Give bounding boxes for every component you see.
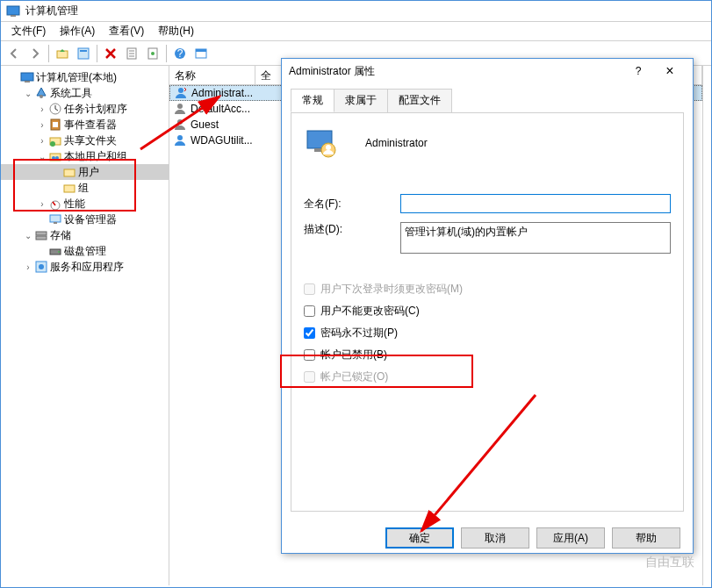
svg-rect-28 [36, 232, 47, 235]
svg-point-35 [177, 104, 183, 109]
watermark: 自由互联 [645, 555, 694, 570]
chk-cannotchange[interactable] [304, 305, 315, 317]
tree-services[interactable]: ›服务和应用程序 [1, 259, 169, 275]
svg-rect-12 [21, 73, 33, 81]
tree-sharedfolders[interactable]: ›共享文件夹 [1, 133, 169, 148]
svg-text:?: ? [177, 47, 183, 60]
nav-back-icon[interactable] [4, 44, 24, 63]
menubar: 文件(F) 操作(A) 查看(V) 帮助(H) [1, 22, 711, 41]
svg-point-7 [151, 52, 155, 55]
tree-performance[interactable]: ›性能 [1, 196, 169, 212]
dialog-close-button[interactable]: × [654, 61, 686, 82]
up-icon[interactable] [53, 44, 72, 63]
window-title: 计算机管理 [25, 4, 78, 18]
tab-profile[interactable]: 配置文件 [387, 89, 452, 112]
tree-devicemgr[interactable]: 设备管理器 [1, 212, 169, 227]
toolbar-sep [97, 45, 97, 62]
user-icon [173, 133, 187, 147]
chk-locked [304, 371, 315, 383]
tree-diskmgmt[interactable]: 磁盘管理 [1, 243, 169, 259]
tab-general[interactable]: 常规 [291, 89, 334, 112]
tree-groups[interactable]: 组 [1, 180, 169, 196]
svg-point-34 [178, 88, 183, 93]
titlebar: 计算机管理 [1, 1, 711, 22]
svg-rect-3 [78, 48, 89, 59]
svg-rect-4 [80, 50, 87, 52]
help-button[interactable]: 帮助 [612, 527, 680, 549]
apply-button[interactable]: 应用(A) [536, 527, 605, 549]
svg-point-21 [52, 156, 55, 160]
tree-root[interactable]: 计算机管理(本地) [1, 69, 169, 85]
dialog-buttons: 确定 取消 应用(A) 帮助 [282, 520, 693, 556]
export-icon[interactable] [143, 44, 162, 63]
chk-mustchange [304, 283, 315, 295]
svg-rect-17 [53, 122, 58, 127]
svg-point-22 [55, 156, 59, 160]
svg-point-37 [177, 135, 183, 140]
chk-neverexpire[interactable] [304, 327, 315, 339]
svg-point-19 [50, 141, 55, 147]
description-label: 描述(D): [304, 222, 400, 237]
toolbar-sep [166, 45, 167, 62]
menu-file[interactable]: 文件(F) [4, 22, 53, 40]
dialog-tabs: 常规 隶属于 配置文件 [282, 83, 693, 112]
menu-view[interactable]: 查看(V) [102, 22, 151, 40]
tree-users[interactable]: 用户 [1, 164, 169, 180]
profile-header: Administrator [304, 125, 671, 161]
app-icon [6, 4, 20, 18]
chk-mustchange-row: 用户下次登录时须更改密码(M) [304, 282, 671, 297]
fullname-row: 全名(F): [304, 194, 671, 213]
dialog-body: Administrator 全名(F): 描述(D): 用户下次登录时须更改密码… [291, 112, 684, 512]
svg-rect-24 [64, 185, 75, 192]
tree-eventviewer[interactable]: ›事件查看器 [1, 117, 169, 133]
svg-point-31 [58, 251, 60, 253]
username-label: Administrator [365, 137, 428, 149]
actions-pane [702, 66, 711, 585]
chk-disabled[interactable] [304, 349, 315, 361]
dialog-help-button[interactable]: ? [622, 61, 654, 82]
svg-point-14 [40, 95, 43, 98]
ok-button[interactable]: 确定 [385, 527, 454, 549]
tree-systools[interactable]: ⌄系统工具 [1, 85, 169, 101]
description-input[interactable] [400, 222, 671, 254]
refresh-icon[interactable] [122, 44, 141, 63]
svg-rect-20 [50, 154, 61, 161]
show-hide-icon[interactable] [191, 44, 211, 63]
svg-point-36 [177, 119, 183, 125]
user-icon [173, 118, 187, 132]
menu-help[interactable]: 帮助(H) [151, 22, 201, 40]
chk-neverexpire-row[interactable]: 密码永不过期(P) [304, 326, 671, 341]
fullname-label: 全名(F): [304, 197, 400, 212]
chk-locked-row: 帐户已锁定(O) [304, 369, 671, 384]
properties-icon[interactable] [74, 44, 93, 63]
tree-scheduler[interactable]: ›任务计划程序 [1, 101, 169, 117]
svg-rect-13 [25, 81, 30, 82]
fullname-input[interactable] [400, 194, 671, 213]
chk-cannotchange-row[interactable]: 用户不能更改密码(C) [304, 304, 671, 319]
svg-rect-1 [11, 15, 16, 17]
svg-rect-2 [57, 51, 68, 58]
svg-point-43 [326, 145, 331, 150]
nav-tree: 计算机管理(本地) ⌄系统工具 ›任务计划程序 ›事件查看器 ›共享文件夹 ⌄本… [1, 66, 169, 585]
svg-rect-0 [7, 6, 19, 15]
svg-rect-11 [196, 49, 206, 52]
tree-localusers[interactable]: ⌄本地用户和组 [1, 148, 169, 164]
dialog-titlebar: Administrator 属性 ? × [282, 59, 693, 83]
help-icon[interactable]: ? [170, 44, 190, 63]
cancel-button[interactable]: 取消 [461, 527, 529, 549]
tab-memberof[interactable]: 隶属于 [334, 89, 388, 112]
svg-rect-26 [50, 215, 61, 222]
nav-fwd-icon[interactable] [25, 44, 45, 63]
svg-rect-29 [36, 236, 47, 240]
user-icon [174, 86, 188, 100]
user-icon [173, 102, 187, 116]
menu-action[interactable]: 操作(A) [53, 22, 102, 40]
svg-rect-27 [54, 222, 57, 224]
tree-storage[interactable]: ⌄存储 [1, 227, 169, 243]
toolbar-sep [48, 45, 49, 62]
delete-icon[interactable] [101, 44, 120, 63]
chk-disabled-row[interactable]: 帐户已禁用(B) [304, 348, 671, 362]
properties-dialog: Administrator 属性 ? × 常规 隶属于 配置文件 Adminis… [281, 58, 694, 554]
col-name[interactable]: 名称 [169, 66, 255, 84]
svg-rect-23 [64, 169, 75, 176]
